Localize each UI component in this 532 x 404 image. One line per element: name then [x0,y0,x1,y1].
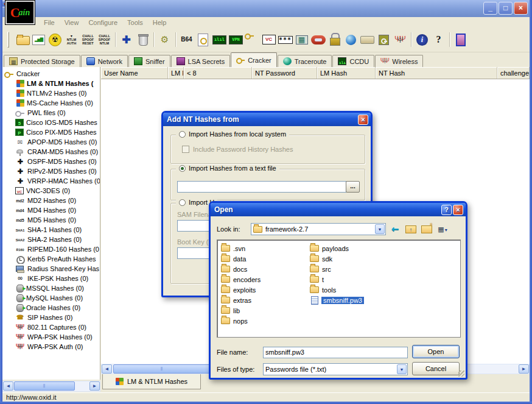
tree-item[interactable]: SHA-1 Hashes (0) [2,225,100,235]
open-button[interactable]: Open [412,345,460,358]
tree-item[interactable]: Radius Shared-Key Has [2,264,100,274]
tab-cracker[interactable]: Cracker [231,52,277,67]
chall-spoof-ntlm-button[interactable] [96,30,113,49]
enterprise-manager-decoder-button[interactable] [277,30,293,49]
menu-file[interactable]: File [39,18,60,27]
wireless-key-button[interactable] [244,30,261,49]
browse-button[interactable]: ... [346,181,360,193]
hash-calculator-button[interactable] [293,30,310,49]
close-button[interactable]: × [514,2,528,15]
folder-item[interactable]: payloads [310,243,364,253]
tree-item[interactable]: MD4 Hashes (0) [2,205,100,215]
panel-splitter[interactable] [100,67,101,380]
export-button[interactable] [30,30,47,49]
close-icon[interactable]: × [453,205,463,215]
tree-item[interactable]: NTLMv2 Hashes (0) [2,88,100,98]
cisco-vpn-decoder-button[interactable] [228,30,244,49]
folder-item[interactable]: sdk [310,253,364,264]
menu-view[interactable]: View [60,18,84,27]
column-header[interactable]: NT Hash [376,67,497,79]
access-decoder-button[interactable] [195,30,211,49]
tab-sniffer[interactable]: Sniffer [128,55,170,67]
scroll-left-icon[interactable]: ◄ [102,364,112,374]
tree-item[interactable]: OSPF-MD5 Hashes (0) [2,157,100,166]
folder-item[interactable]: nops [221,316,261,326]
scroll-right-icon[interactable]: ► [519,364,529,374]
tree-item[interactable]: 802.11 Captures (0) [2,322,100,332]
tree-item[interactable]: RIPv2-MD5 Hashes (0) [2,166,100,176]
folder-item[interactable]: docs [221,264,261,274]
sidebar-horizontal-scrollbar[interactable]: ◄ ► [2,381,100,392]
tab-lsa-secrets[interactable]: LSA Secrets [171,55,231,67]
tree-item[interactable]: RIPEMD-160 Hashes (0 [2,244,100,254]
close-icon[interactable]: × [358,115,368,125]
tab-wireless[interactable]: Wireless [375,55,423,67]
scroll-right-icon[interactable]: ► [89,381,100,391]
tree-item[interactable]: Kerb5 PreAuth Hashes [2,254,100,264]
tree-item[interactable]: CRAM-MD5 Hashes (0) [2,147,100,157]
folder-item[interactable]: src [310,264,364,274]
column-header[interactable]: NT Password [252,67,317,79]
folder-item[interactable]: encoders [221,274,261,285]
folder-item[interactable]: exploits [221,285,261,295]
help-button[interactable] [430,30,447,49]
tree-item[interactable]: IKE-PSK Hashes (0) [2,274,100,283]
new-folder-button[interactable] [420,223,433,235]
folder-item[interactable]: tools [310,285,364,295]
column-header[interactable]: challenge [497,67,530,79]
folder-item[interactable]: .svn [221,243,261,253]
chevron-down-icon[interactable]: ▼ [375,224,385,234]
key-decoder-button[interactable] [376,30,392,49]
scroll-thumb[interactable] [14,381,75,391]
apr-button[interactable] [47,30,63,49]
tab-network[interactable]: Network [81,55,128,67]
tree-item[interactable]: MD2 Hashes (0) [2,196,100,205]
vnc-decoder-button[interactable] [261,30,277,49]
syskey-decoder-button[interactable] [326,30,343,49]
scroll-thumb[interactable] [113,364,211,374]
import-textfile-radio[interactable] [179,165,186,172]
tree-item[interactable]: Cracker [2,69,100,79]
dialup-decoder-button[interactable] [359,30,376,49]
folder-item[interactable]: data [221,253,261,264]
cancel-button[interactable]: Cancel [412,362,460,375]
dialog-title-bar[interactable]: Open ? × [211,203,466,216]
tree-item[interactable]: MS-Cache Hashes (0) [2,98,100,108]
files-of-type-dropdown[interactable]: Passwords file (*.txt) ▼ [263,363,408,375]
view-menu-button[interactable]: ▦ [436,223,449,235]
ntlm-auth-button[interactable] [63,30,80,49]
add-to-list-button[interactable] [118,30,135,49]
tab-lm-ntlm-hashes[interactable]: LM & NTLM Hashes [102,374,201,389]
look-in-dropdown[interactable]: framework-2.7 ▼ [251,223,386,235]
tree-item[interactable]: Oracle Hashes (0) [2,303,100,313]
tree-item[interactable]: VNC-3DES (0) [2,186,100,196]
chevron-down-icon[interactable]: ▼ [397,364,407,374]
dialog-title-bar[interactable]: Add NT Hashes from × [163,113,371,126]
column-header[interactable]: < 8 [184,67,252,79]
folder-item[interactable]: t [310,274,364,285]
remove-button[interactable] [135,30,151,49]
tab-traceroute[interactable]: Traceroute [278,55,332,67]
tree-item[interactable]: LM & NTLM Hashes ( [2,79,100,88]
exit-button[interactable] [452,30,469,49]
tree-item[interactable]: Cisco IOS-MD5 Hashes [2,118,100,127]
scroll-left-icon[interactable]: ◄ [3,381,13,391]
selected-file-item[interactable]: smbsniff.pw3 [310,295,364,305]
tab-protected-storage[interactable]: Protected Storage [4,55,80,67]
menu-configure[interactable]: Configure [83,18,122,27]
tree-item[interactable]: VRRP-HMAC Hashes (0 [2,176,100,186]
column-header[interactable]: LM Password [168,67,184,79]
base64-decoder-button[interactable] [178,30,195,49]
tree-item[interactable]: MSSQL Hashes (0) [2,283,100,293]
info-button[interactable] [414,30,430,49]
tree-item[interactable]: MySQL Hashes (0) [2,293,100,303]
folder-item[interactable]: lib [221,305,261,316]
cisco-type7-decoder-button[interactable] [211,30,228,49]
file-name-input[interactable] [263,347,408,358]
tree-item[interactable]: APOP-MD5 Hashes (0) [2,137,100,147]
tree-item[interactable]: Cisco PIX-MD5 Hashes [2,127,100,137]
password-history-checkbox[interactable] [182,146,189,153]
maximize-button[interactable]: □ [499,2,513,15]
menu-tools[interactable]: Tools [122,18,148,27]
minimize-button[interactable]: _ [483,2,497,15]
